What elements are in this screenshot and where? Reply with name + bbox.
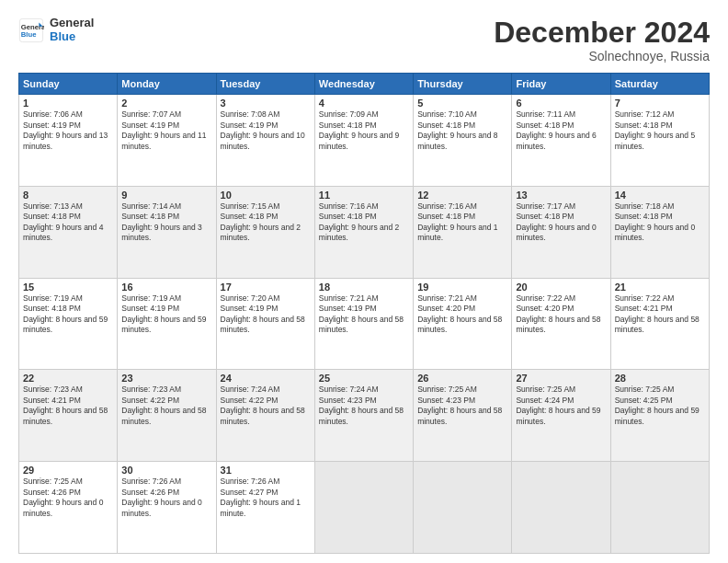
day-number: 13	[516, 190, 606, 201]
day-number: 14	[615, 190, 705, 201]
day-info: Sunrise: 7:21 AMSunset: 4:20 PMDaylight:…	[417, 293, 507, 336]
table-cell: 9Sunrise: 7:14 AMSunset: 4:18 PMDaylight…	[118, 186, 216, 278]
col-saturday: Saturday	[610, 74, 709, 95]
day-number: 2	[121, 98, 211, 109]
calendar-row: 29Sunrise: 7:25 AMSunset: 4:26 PMDayligh…	[19, 462, 710, 554]
day-info: Sunrise: 7:26 AMSunset: 4:26 PMDaylight:…	[121, 477, 211, 519]
main-title: December 2024	[494, 17, 710, 49]
day-number: 21	[615, 282, 705, 293]
day-info: Sunrise: 7:25 AMSunset: 4:26 PMDaylight:…	[23, 477, 113, 519]
table-cell: 26Sunrise: 7:25 AMSunset: 4:23 PMDayligh…	[414, 370, 512, 462]
col-tuesday: Tuesday	[216, 74, 314, 95]
day-number: 12	[417, 190, 507, 201]
day-info: Sunrise: 7:10 AMSunset: 4:18 PMDaylight:…	[417, 109, 507, 152]
day-info: Sunrise: 7:20 AMSunset: 4:19 PMDaylight:…	[221, 293, 311, 336]
logo-line2: Blue	[50, 30, 94, 44]
day-number: 20	[516, 282, 606, 293]
day-number: 5	[417, 98, 507, 109]
day-number: 29	[23, 465, 113, 476]
table-cell: 16Sunrise: 7:19 AMSunset: 4:19 PMDayligh…	[118, 278, 216, 370]
calendar-row: 15Sunrise: 7:19 AMSunset: 4:18 PMDayligh…	[19, 278, 710, 370]
day-info: Sunrise: 7:18 AMSunset: 4:18 PMDaylight:…	[615, 201, 705, 244]
day-info: Sunrise: 7:09 AMSunset: 4:18 PMDaylight:…	[319, 109, 409, 152]
day-info: Sunrise: 7:26 AMSunset: 4:27 PMDaylight:…	[221, 477, 311, 519]
page: General Blue General Blue December 2024 …	[0, 0, 728, 563]
calendar-row: 1Sunrise: 7:06 AMSunset: 4:19 PMDaylight…	[19, 95, 710, 187]
day-info: Sunrise: 7:25 AMSunset: 4:25 PMDaylight:…	[615, 385, 705, 427]
day-info: Sunrise: 7:16 AMSunset: 4:18 PMDaylight:…	[417, 201, 507, 244]
table-cell: 11Sunrise: 7:16 AMSunset: 4:18 PMDayligh…	[314, 186, 413, 278]
day-info: Sunrise: 7:22 AMSunset: 4:20 PMDaylight:…	[516, 293, 606, 336]
day-info: Sunrise: 7:24 AMSunset: 4:23 PMDaylight:…	[319, 385, 409, 427]
logo: General Blue General Blue	[18, 17, 94, 44]
day-info: Sunrise: 7:23 AMSunset: 4:21 PMDaylight:…	[23, 385, 113, 427]
table-cell: 18Sunrise: 7:21 AMSunset: 4:19 PMDayligh…	[314, 278, 413, 370]
day-info: Sunrise: 7:22 AMSunset: 4:21 PMDaylight:…	[615, 293, 705, 336]
table-cell: 5Sunrise: 7:10 AMSunset: 4:18 PMDaylight…	[414, 95, 512, 187]
day-info: Sunrise: 7:11 AMSunset: 4:18 PMDaylight:…	[516, 109, 606, 152]
calendar-row: 22Sunrise: 7:23 AMSunset: 4:21 PMDayligh…	[19, 370, 710, 462]
day-info: Sunrise: 7:08 AMSunset: 4:19 PMDaylight:…	[221, 109, 311, 152]
day-number: 30	[121, 465, 211, 476]
day-number: 16	[121, 282, 211, 293]
day-number: 18	[319, 282, 409, 293]
table-cell: 13Sunrise: 7:17 AMSunset: 4:18 PMDayligh…	[512, 186, 610, 278]
day-info: Sunrise: 7:16 AMSunset: 4:18 PMDaylight:…	[319, 201, 409, 244]
day-info: Sunrise: 7:23 AMSunset: 4:22 PMDaylight:…	[121, 385, 211, 427]
table-cell: 15Sunrise: 7:19 AMSunset: 4:18 PMDayligh…	[19, 278, 118, 370]
day-number: 25	[319, 373, 409, 384]
table-cell: 17Sunrise: 7:20 AMSunset: 4:19 PMDayligh…	[216, 278, 314, 370]
day-info: Sunrise: 7:13 AMSunset: 4:18 PMDaylight:…	[23, 201, 113, 244]
day-number: 10	[221, 190, 311, 201]
table-cell: 27Sunrise: 7:25 AMSunset: 4:24 PMDayligh…	[512, 370, 610, 462]
day-number: 4	[319, 98, 409, 109]
col-friday: Friday	[512, 74, 610, 95]
col-sunday: Sunday	[19, 74, 118, 95]
col-wednesday: Wednesday	[314, 74, 413, 95]
day-info: Sunrise: 7:19 AMSunset: 4:18 PMDaylight:…	[23, 293, 113, 336]
table-cell: 7Sunrise: 7:12 AMSunset: 4:18 PMDaylight…	[610, 95, 709, 187]
day-info: Sunrise: 7:25 AMSunset: 4:23 PMDaylight:…	[417, 385, 507, 427]
calendar-header-row: Sunday Monday Tuesday Wednesday Thursday…	[19, 74, 710, 95]
day-info: Sunrise: 7:12 AMSunset: 4:18 PMDaylight:…	[615, 109, 705, 152]
table-cell: 8Sunrise: 7:13 AMSunset: 4:18 PMDaylight…	[19, 186, 118, 278]
table-cell: 4Sunrise: 7:09 AMSunset: 4:18 PMDaylight…	[314, 95, 413, 187]
table-cell: 31Sunrise: 7:26 AMSunset: 4:27 PMDayligh…	[216, 462, 314, 554]
table-cell: 14Sunrise: 7:18 AMSunset: 4:18 PMDayligh…	[610, 186, 709, 278]
table-cell: 25Sunrise: 7:24 AMSunset: 4:23 PMDayligh…	[314, 370, 413, 462]
table-cell: 22Sunrise: 7:23 AMSunset: 4:21 PMDayligh…	[19, 370, 118, 462]
day-number: 23	[121, 373, 211, 384]
day-info: Sunrise: 7:07 AMSunset: 4:19 PMDaylight:…	[121, 109, 211, 152]
day-info: Sunrise: 7:15 AMSunset: 4:18 PMDaylight:…	[221, 201, 311, 244]
day-number: 26	[417, 373, 507, 384]
day-number: 1	[23, 98, 113, 109]
logo-line1: General	[50, 17, 94, 30]
table-cell: 12Sunrise: 7:16 AMSunset: 4:18 PMDayligh…	[414, 186, 512, 278]
table-cell: 28Sunrise: 7:25 AMSunset: 4:25 PMDayligh…	[610, 370, 709, 462]
day-info: Sunrise: 7:21 AMSunset: 4:19 PMDaylight:…	[319, 293, 409, 336]
table-cell: 23Sunrise: 7:23 AMSunset: 4:22 PMDayligh…	[118, 370, 216, 462]
table-cell	[414, 462, 512, 554]
day-info: Sunrise: 7:14 AMSunset: 4:18 PMDaylight:…	[121, 201, 211, 244]
day-number: 15	[23, 282, 113, 293]
day-number: 17	[221, 282, 311, 293]
day-number: 6	[516, 98, 606, 109]
day-number: 19	[417, 282, 507, 293]
table-cell: 19Sunrise: 7:21 AMSunset: 4:20 PMDayligh…	[414, 278, 512, 370]
day-info: Sunrise: 7:17 AMSunset: 4:18 PMDaylight:…	[516, 201, 606, 244]
day-info: Sunrise: 7:24 AMSunset: 4:22 PMDaylight:…	[221, 385, 311, 427]
svg-text:General: General	[21, 23, 44, 31]
header: General Blue General Blue December 2024 …	[18, 17, 710, 63]
day-number: 24	[221, 373, 311, 384]
table-cell: 6Sunrise: 7:11 AMSunset: 4:18 PMDaylight…	[512, 95, 610, 187]
table-cell: 24Sunrise: 7:24 AMSunset: 4:22 PMDayligh…	[216, 370, 314, 462]
day-number: 9	[121, 190, 211, 201]
day-info: Sunrise: 7:25 AMSunset: 4:24 PMDaylight:…	[516, 385, 606, 427]
calendar-row: 8Sunrise: 7:13 AMSunset: 4:18 PMDaylight…	[19, 186, 710, 278]
table-cell: 1Sunrise: 7:06 AMSunset: 4:19 PMDaylight…	[19, 95, 118, 187]
table-cell	[512, 462, 610, 554]
table-cell: 21Sunrise: 7:22 AMSunset: 4:21 PMDayligh…	[610, 278, 709, 370]
day-number: 3	[221, 98, 311, 109]
day-number: 11	[319, 190, 409, 201]
day-number: 8	[23, 190, 113, 201]
